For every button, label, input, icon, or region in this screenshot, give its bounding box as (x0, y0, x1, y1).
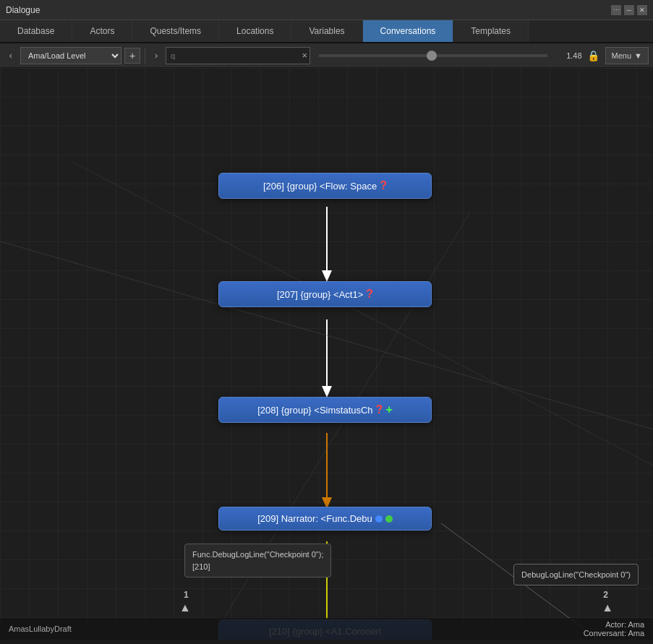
corner-num-1: 1 (184, 590, 189, 600)
status-conversant: Conversant: Ama (584, 629, 644, 637)
status-right: Actor: Ama Conversant: Ama (584, 620, 644, 637)
status-actor: Actor: Ama (584, 620, 644, 629)
zoom-value: 1.48 (556, 51, 582, 60)
search-input[interactable] (166, 47, 310, 64)
tab-locations[interactable]: Locations (219, 20, 291, 42)
node-209-label: [209] Narrator: <Func.Debu (229, 513, 421, 524)
node-206-label: [206] {group} <Flow: Space ? (229, 179, 421, 192)
toolbar: ‹ Ama/Load Level + › × 1.48 🔒 Menu ▼ (0, 43, 653, 68)
node-209[interactable]: [209] Narrator: <Func.Debu (218, 507, 432, 531)
badge-blue-209 (375, 515, 383, 523)
info-box-209: Func.DebugLogLine("Checkpoint 0"); [210] (184, 544, 331, 578)
tab-variables[interactable]: Variables (291, 20, 362, 42)
window-controls: ⋯ ─ ✕ (611, 5, 647, 15)
minimize-button[interactable]: ─ (624, 5, 634, 15)
menu-button[interactable]: Menu ▼ (605, 47, 649, 64)
tab-database[interactable]: Database (0, 20, 72, 42)
node-206[interactable]: [206] {group} <Flow: Space ? (218, 173, 432, 199)
tab-actors[interactable]: Actors (72, 20, 132, 42)
tab-bar: Database Actors Quests/Items Locations V… (0, 20, 653, 43)
node-208[interactable]: [208] {group} <SimstatusCh ? + (218, 397, 432, 423)
tab-conversations[interactable]: Conversations (363, 20, 454, 42)
close-button[interactable]: ✕ (637, 5, 647, 15)
zoom-slider[interactable] (319, 54, 547, 57)
add-button[interactable]: + (124, 48, 140, 64)
corner-num-2: 2 (603, 590, 608, 600)
corner-arrow-1: ▲ (179, 601, 191, 614)
node-207-label: [207] {group} <Act1> ? (229, 288, 421, 301)
corner-arrow-2: ▲ (602, 601, 613, 614)
more-button[interactable]: ⋯ (611, 5, 621, 15)
badge-green2-209 (385, 515, 393, 523)
breadcrumb-select[interactable]: Ama/Load Level (20, 47, 121, 64)
search-clear-button[interactable]: × (302, 50, 307, 61)
svg-marker-3 (322, 386, 332, 398)
node-208-label: [208] {group} <SimstatusCh ? + (229, 403, 421, 416)
tab-quests[interactable]: Quests/Items (132, 20, 219, 42)
lock-button[interactable]: 🔒 (585, 48, 602, 64)
nav-back-button[interactable]: ‹ (4, 48, 17, 64)
separator (145, 48, 145, 64)
badge-green-208: + (385, 403, 392, 416)
app-title: Dialogue (6, 5, 40, 15)
svg-marker-1 (322, 270, 332, 282)
nav-forward-button[interactable]: › (150, 48, 163, 64)
badge-red-206: ? (380, 179, 387, 192)
status-left-text: AmasLullabyDraft (9, 624, 72, 633)
zoom-container (319, 54, 547, 57)
canvas-area[interactable]: [206] {group} <Flow: Space ? [207] {grou… (0, 68, 653, 640)
badge-red-208: ? (376, 403, 383, 416)
badge-red-207: ? (366, 288, 373, 301)
status-bar: AmasLullabyDraft Actor: Ama Conversant: … (0, 618, 653, 640)
tooltip-box: DebugLogLine("Checkpoint 0") (513, 564, 639, 586)
node-207[interactable]: [207] {group} <Act1> ? (218, 281, 432, 307)
title-bar: Dialogue ⋯ ─ ✕ (0, 0, 653, 20)
search-container: × (166, 47, 310, 64)
tab-templates[interactable]: Templates (453, 20, 529, 42)
